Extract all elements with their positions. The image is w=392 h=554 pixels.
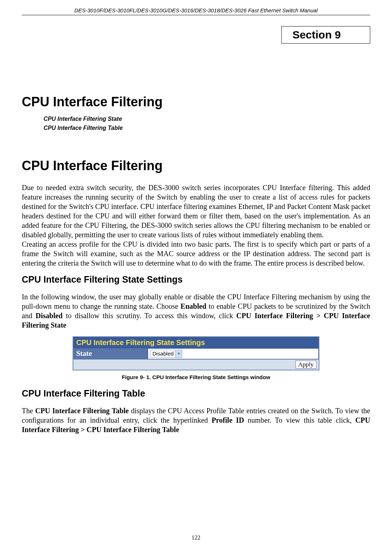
state-select[interactable]: Disabled ▾ <box>150 350 182 358</box>
toc-item: CPU Interface Filtering State <box>44 115 370 124</box>
figure: CPU Interface Filtering State Settings S… <box>22 336 370 370</box>
paragraph-text: Creating an access profile for the CPU i… <box>22 240 370 267</box>
state-label: State <box>73 348 148 359</box>
paragraph-text: to disallow this scrutiny. To access thi… <box>62 312 236 320</box>
bold-text: Profile ID <box>212 416 244 424</box>
page-header: DES-3010F/DES-3010FL/DES-3010G/DES-3016/… <box>22 7 370 15</box>
section-box: Section 9 <box>281 26 370 44</box>
chevron-down-icon[interactable]: ▾ <box>175 350 182 357</box>
subsection-heading: CPU Interface Filtering Table <box>22 388 370 399</box>
subsection-heading: CPU Interface Filtering State Settings <box>22 274 370 285</box>
ui-footer: Apply <box>73 359 319 370</box>
paragraph: Due to needed extra switch security, the… <box>22 183 370 268</box>
bold-text: Enabled <box>180 302 206 310</box>
paragraph: In the following window, the user may gl… <box>22 292 370 330</box>
apply-button[interactable]: Apply <box>295 361 317 369</box>
sub-toc: CPU Interface Filtering State CPU Interf… <box>44 115 370 133</box>
ui-panel: CPU Interface Filtering State Settings S… <box>73 336 319 370</box>
paragraph-text: The <box>22 407 35 415</box>
page-number: 122 <box>0 534 392 541</box>
section-title: CPU Interface Filtering <box>22 158 370 173</box>
state-select-value: Disabled <box>151 350 175 357</box>
paragraph-text: number. To view this table click, <box>244 416 355 424</box>
ui-row: State Disabled ▾ <box>73 348 319 359</box>
chapter-title: CPU Interface Filtering <box>22 94 370 110</box>
section-label: Section 9 <box>293 29 341 41</box>
ui-row-value: Disabled ▾ <box>148 348 319 359</box>
paragraph: The CPU Interface Filtering Table displa… <box>22 406 370 434</box>
bold-text: CPU Interface Filtering Table <box>35 407 129 415</box>
ui-panel-title: CPU Interface Filtering State Settings <box>73 337 319 348</box>
bold-text: Disabled <box>36 312 62 320</box>
paragraph-text: Due to needed extra switch security, the… <box>22 184 370 239</box>
figure-caption: Figure 9- 1. CPU Interface Filtering Sta… <box>22 374 370 380</box>
toc-item: CPU Interface Filtering Table <box>44 124 370 133</box>
